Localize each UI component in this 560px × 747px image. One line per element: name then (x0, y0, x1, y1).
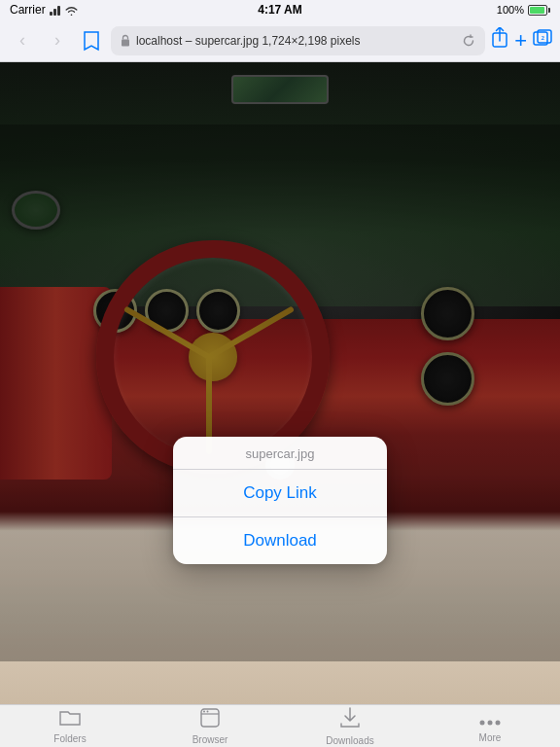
download-item[interactable]: Download (173, 517, 387, 564)
downloads-label: Downloads (326, 735, 373, 746)
time-display: 4:17 AM (258, 3, 302, 17)
svg-text:2: 2 (542, 34, 545, 42)
folders-label: Folders (53, 733, 86, 744)
status-left: Carrier (10, 3, 79, 17)
copy-link-item[interactable]: Copy Link (173, 470, 387, 517)
context-overlay[interactable]: supercar.jpg Copy Link Download (0, 124, 560, 661)
page-content: supercar.jpg Copy Link Download (0, 62, 560, 704)
url-bar[interactable]: localhost – supercar.jpg 1,724×2,198 pix… (111, 26, 485, 55)
bookmark-button[interactable] (78, 27, 105, 54)
tab-folders[interactable]: Folders (0, 709, 140, 744)
browser-label: Browser (192, 734, 228, 745)
svg-point-9 (480, 720, 485, 725)
signal-icon (50, 4, 60, 16)
share-button[interactable] (491, 27, 508, 53)
browser-toolbar: ‹ › localhost – supercar.jpg 1,724×2,198… (0, 19, 560, 62)
more-label: More (479, 732, 502, 743)
wifi-icon (64, 5, 79, 16)
svg-point-11 (496, 720, 501, 725)
tab-downloads[interactable]: Downloads (280, 707, 420, 746)
tab-bar: Folders Browser Downloads (0, 704, 560, 747)
folders-icon (59, 709, 81, 731)
tab-more[interactable]: More (420, 710, 560, 743)
status-bar: Carrier 4:17 AM 100% (0, 0, 560, 19)
context-menu-title: supercar.jpg (173, 437, 387, 470)
rearview-mirror (231, 75, 329, 104)
lock-icon (121, 34, 130, 47)
add-tab-button[interactable]: + (514, 28, 527, 53)
url-text: localhost – supercar.jpg 1,724×2,198 pix… (136, 34, 361, 48)
more-icon (479, 710, 501, 730)
back-button[interactable]: ‹ (8, 26, 37, 55)
reload-icon[interactable] (462, 34, 475, 48)
browser-actions: + 2 (491, 27, 552, 53)
tab-browser[interactable]: Browser (140, 708, 280, 745)
svg-point-7 (203, 710, 205, 712)
svg-point-8 (207, 710, 209, 712)
downloads-icon (340, 707, 360, 733)
battery-icon (528, 5, 550, 16)
battery-percent: 100% (497, 4, 524, 16)
status-right: 100% (497, 4, 550, 16)
context-menu: supercar.jpg Copy Link Download (173, 437, 387, 564)
tabs-button[interactable]: 2 (533, 29, 552, 52)
svg-point-10 (488, 720, 493, 725)
svg-rect-0 (122, 40, 129, 47)
carrier-label: Carrier (10, 3, 46, 17)
browser-icon (200, 708, 220, 732)
forward-button[interactable]: › (43, 26, 72, 55)
